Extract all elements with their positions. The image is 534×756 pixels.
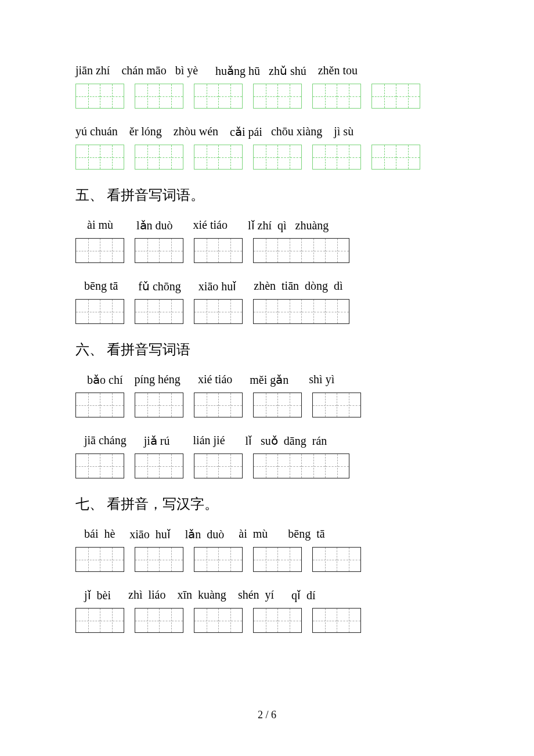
tianzi-cell[interactable] — [254, 300, 277, 323]
tianzi-box[interactable] — [135, 84, 183, 109]
tianzi-cell[interactable] — [254, 239, 277, 262]
tianzi-cell[interactable] — [76, 84, 100, 108]
tianzi-cell[interactable] — [76, 300, 100, 323]
tianzi-cell[interactable] — [218, 609, 242, 632]
tianzi-cell[interactable] — [337, 548, 360, 571]
tianzi-box[interactable] — [194, 84, 243, 109]
tianzi-box[interactable] — [312, 547, 361, 572]
tianzi-cell[interactable] — [277, 454, 301, 478]
tianzi-box[interactable] — [135, 145, 183, 170]
tianzi-cell[interactable] — [100, 609, 124, 632]
tianzi-cell[interactable] — [277, 84, 301, 108]
tianzi-box[interactable] — [194, 145, 243, 170]
tianzi-box[interactable] — [312, 145, 361, 170]
tianzi-box[interactable] — [75, 453, 124, 478]
tianzi-cell[interactable] — [313, 393, 337, 417]
tianzi-cell[interactable] — [301, 300, 325, 323]
tianzi-box[interactable] — [194, 299, 243, 324]
tianzi-cell[interactable] — [135, 300, 159, 323]
tianzi-cell[interactable] — [277, 300, 301, 323]
tianzi-cell[interactable] — [135, 609, 159, 632]
tianzi-cell[interactable] — [218, 239, 242, 262]
tianzi-cell[interactable] — [100, 145, 124, 169]
tianzi-box[interactable] — [75, 299, 124, 324]
tianzi-cell[interactable] — [194, 300, 218, 323]
tianzi-box[interactable] — [253, 393, 302, 417]
tianzi-cell[interactable] — [301, 239, 325, 262]
tianzi-cell[interactable] — [76, 145, 100, 169]
tianzi-cell[interactable] — [313, 548, 337, 571]
tianzi-box[interactable] — [194, 393, 243, 417]
tianzi-cell[interactable] — [337, 145, 360, 169]
tianzi-box[interactable] — [194, 453, 243, 478]
tianzi-cell[interactable] — [396, 145, 420, 169]
tianzi-box[interactable] — [75, 84, 124, 109]
tianzi-cell[interactable] — [254, 145, 277, 169]
tianzi-box[interactable] — [75, 145, 124, 170]
tianzi-cell[interactable] — [301, 454, 325, 478]
tianzi-box[interactable] — [253, 238, 349, 263]
tianzi-cell[interactable] — [135, 84, 159, 108]
tianzi-cell[interactable] — [76, 454, 100, 478]
tianzi-cell[interactable] — [218, 454, 242, 478]
tianzi-cell[interactable] — [254, 609, 277, 632]
tianzi-cell[interactable] — [277, 609, 301, 632]
tianzi-cell[interactable] — [218, 393, 242, 417]
tianzi-box[interactable] — [194, 547, 243, 572]
tianzi-cell[interactable] — [194, 393, 218, 417]
tianzi-cell[interactable] — [159, 548, 183, 571]
tianzi-box[interactable] — [75, 608, 124, 633]
tianzi-cell[interactable] — [218, 145, 242, 169]
tianzi-cell[interactable] — [337, 393, 360, 417]
tianzi-box[interactable] — [75, 393, 124, 417]
tianzi-box[interactable] — [194, 608, 243, 633]
tianzi-box[interactable] — [312, 393, 361, 417]
tianzi-cell[interactable] — [254, 454, 277, 478]
tianzi-cell[interactable] — [159, 393, 183, 417]
tianzi-cell[interactable] — [159, 609, 183, 632]
tianzi-cell[interactable] — [100, 300, 124, 323]
tianzi-cell[interactable] — [254, 548, 277, 571]
tianzi-cell[interactable] — [313, 84, 337, 108]
tianzi-cell[interactable] — [135, 393, 159, 417]
tianzi-cell[interactable] — [100, 84, 124, 108]
tianzi-box[interactable] — [135, 453, 183, 478]
tianzi-box[interactable] — [253, 547, 302, 572]
tianzi-cell[interactable] — [159, 145, 183, 169]
tianzi-cell[interactable] — [325, 239, 349, 262]
tianzi-cell[interactable] — [277, 548, 301, 571]
tianzi-box[interactable] — [253, 299, 349, 324]
tianzi-cell[interactable] — [254, 84, 277, 108]
tianzi-cell[interactable] — [135, 454, 159, 478]
tianzi-cell[interactable] — [76, 548, 100, 571]
tianzi-cell[interactable] — [396, 84, 420, 108]
tianzi-cell[interactable] — [372, 145, 396, 169]
tianzi-cell[interactable] — [159, 84, 183, 108]
tianzi-cell[interactable] — [218, 300, 242, 323]
tianzi-box[interactable] — [135, 299, 183, 324]
tianzi-box[interactable] — [194, 238, 243, 263]
tianzi-cell[interactable] — [194, 454, 218, 478]
tianzi-cell[interactable] — [372, 84, 396, 108]
tianzi-cell[interactable] — [337, 84, 360, 108]
tianzi-cell[interactable] — [100, 239, 124, 262]
tianzi-cell[interactable] — [325, 300, 349, 323]
tianzi-cell[interactable] — [277, 145, 301, 169]
tianzi-box[interactable] — [371, 145, 420, 170]
tianzi-box[interactable] — [253, 84, 302, 109]
tianzi-cell[interactable] — [100, 393, 124, 417]
tianzi-box[interactable] — [135, 393, 183, 417]
tianzi-cell[interactable] — [194, 548, 218, 571]
tianzi-box[interactable] — [253, 608, 302, 633]
tianzi-box[interactable] — [135, 238, 183, 263]
tianzi-cell[interactable] — [313, 609, 337, 632]
tianzi-cell[interactable] — [135, 145, 159, 169]
tianzi-cell[interactable] — [194, 239, 218, 262]
tianzi-box[interactable] — [135, 547, 183, 572]
tianzi-cell[interactable] — [159, 300, 183, 323]
tianzi-cell[interactable] — [100, 548, 124, 571]
tianzi-cell[interactable] — [76, 609, 100, 632]
tianzi-cell[interactable] — [76, 393, 100, 417]
tianzi-box[interactable] — [312, 608, 361, 633]
tianzi-cell[interactable] — [218, 548, 242, 571]
